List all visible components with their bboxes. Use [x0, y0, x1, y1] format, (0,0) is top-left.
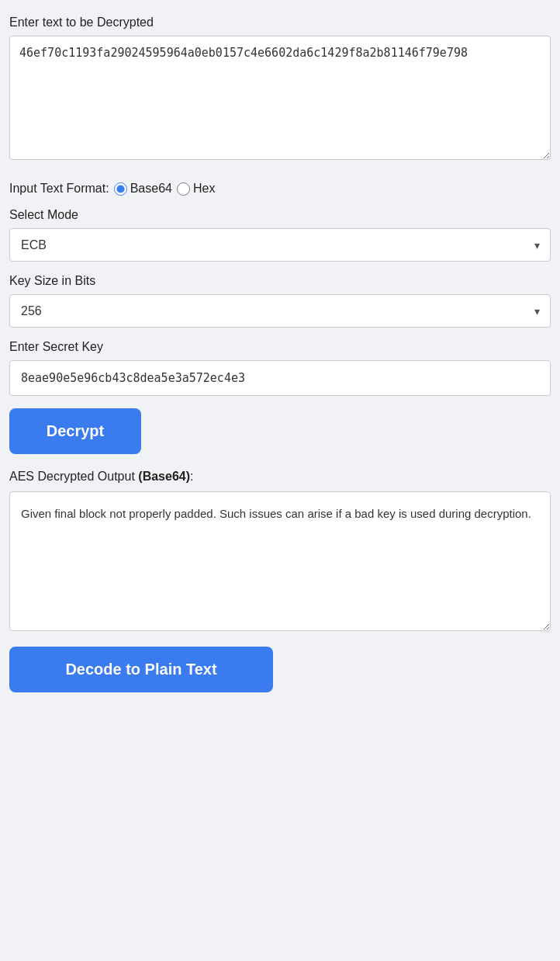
- output-label-suffix: :: [190, 470, 193, 483]
- decrypted-output[interactable]: Given final block not properly padded. S…: [9, 491, 551, 631]
- mode-label: Select Mode: [9, 208, 551, 222]
- format-label: Input Text Format:: [9, 182, 109, 196]
- output-label-prefix: AES Decrypted Output: [9, 470, 138, 483]
- format-hex-label[interactable]: Hex: [177, 182, 215, 196]
- mode-wrapper: ECB CBC CFB OFB CTR ▾: [9, 228, 551, 262]
- secret-key-input[interactable]: [9, 360, 551, 396]
- keysize-wrapper: 128 192 256 ▾: [9, 294, 551, 328]
- output-label-bold: (Base64): [138, 470, 190, 483]
- decrypt-button[interactable]: Decrypt: [9, 408, 141, 454]
- output-label: AES Decrypted Output (Base64):: [9, 470, 551, 484]
- key-label: Enter Secret Key: [9, 340, 551, 354]
- keysize-label: Key Size in Bits: [9, 274, 551, 288]
- mode-select[interactable]: ECB CBC CFB OFB CTR: [9, 228, 551, 262]
- format-hex-text: Hex: [193, 182, 215, 196]
- input-label: Enter text to be Decrypted: [9, 16, 551, 29]
- decode-button[interactable]: Decode to Plain Text: [9, 647, 273, 692]
- format-base64-text: Base64: [130, 182, 172, 196]
- main-container: Enter text to be Decrypted Input Text Fo…: [0, 0, 560, 708]
- keysize-select[interactable]: 128 192 256: [9, 294, 551, 328]
- format-row: Input Text Format: Base64 Hex: [9, 182, 551, 196]
- decrypt-input[interactable]: [9, 36, 551, 160]
- format-hex-radio[interactable]: [177, 182, 190, 196]
- format-base64-radio[interactable]: [114, 182, 127, 196]
- format-base64-label[interactable]: Base64: [114, 182, 172, 196]
